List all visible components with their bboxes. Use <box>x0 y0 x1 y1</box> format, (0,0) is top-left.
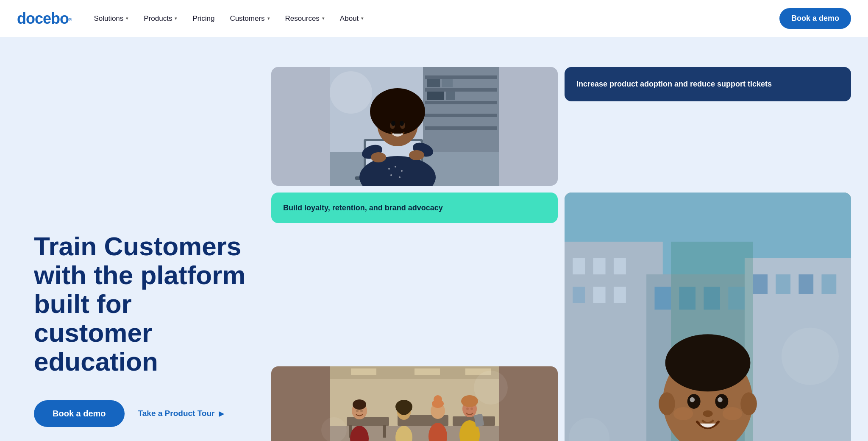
svg-rect-4 <box>425 101 497 104</box>
svg-point-59 <box>470 408 473 410</box>
svg-point-106 <box>782 328 839 385</box>
product-tour-button[interactable]: Take a Product Tour ▶ <box>138 409 224 418</box>
svg-rect-8 <box>442 79 453 87</box>
hero-image-office <box>271 366 558 441</box>
svg-point-54 <box>434 395 442 404</box>
svg-rect-72 <box>614 287 626 303</box>
nav-label-about: About <box>340 14 359 23</box>
svg-rect-79 <box>798 274 813 294</box>
svg-rect-10 <box>446 92 455 100</box>
svg-point-98 <box>740 392 757 415</box>
svg-rect-80 <box>821 274 836 294</box>
svg-point-19 <box>390 174 392 176</box>
chevron-down-icon: ▾ <box>175 16 177 21</box>
chevron-down-icon: ▾ <box>322 16 325 21</box>
svg-point-31 <box>330 71 372 114</box>
nav-item-products[interactable]: Products ▾ <box>137 11 184 26</box>
svg-point-61 <box>474 371 508 405</box>
svg-point-18 <box>401 170 403 172</box>
hero-card-teal: Build loyalty, retention, and brand advo… <box>271 193 558 223</box>
svg-point-20 <box>399 176 401 178</box>
hero-heading: Train Customers with the platform built … <box>34 232 254 377</box>
svg-rect-78 <box>776 274 790 294</box>
svg-point-105 <box>723 407 742 420</box>
svg-rect-3 <box>425 88 497 92</box>
svg-point-30 <box>409 150 424 160</box>
svg-point-102 <box>718 397 723 402</box>
svg-rect-77 <box>753 274 768 294</box>
nav-item-about[interactable]: About ▾ <box>333 11 370 26</box>
card-teal-text: Build loyalty, retention, and brand advo… <box>283 204 443 212</box>
svg-rect-38 <box>347 417 389 426</box>
svg-point-46 <box>356 410 359 412</box>
man-outdoor-illustration <box>565 193 851 441</box>
svg-point-103 <box>703 410 712 417</box>
product-tour-label: Take a Product Tour <box>138 409 215 418</box>
svg-rect-67 <box>573 258 585 275</box>
svg-rect-42 <box>383 425 386 438</box>
nav-label-products: Products <box>144 14 172 23</box>
svg-point-16 <box>388 168 390 170</box>
svg-rect-68 <box>593 258 606 275</box>
svg-rect-5 <box>425 114 497 117</box>
svg-point-25 <box>391 121 395 126</box>
svg-rect-73 <box>654 287 671 310</box>
nav-item-customers[interactable]: Customers ▾ <box>223 11 276 26</box>
svg-point-17 <box>395 166 396 167</box>
office-scene-illustration <box>271 366 558 441</box>
hero-left-content: Train Customers with the platform built … <box>34 63 254 441</box>
nav-links: Solutions ▾ Products ▾ Pricing Customers… <box>87 11 779 26</box>
hero-card-dark: Increase product adoption and reduce sup… <box>565 67 851 101</box>
svg-point-22 <box>370 88 425 135</box>
nav-book-demo-button[interactable]: Book a demo <box>779 8 851 29</box>
svg-rect-35 <box>351 368 376 375</box>
nav-label-solutions: Solutions <box>94 14 123 23</box>
svg-rect-69 <box>614 258 626 275</box>
logo-superscript: ® <box>69 17 72 22</box>
logo-text: docebo <box>17 10 69 27</box>
card-dark-text: Increase product adoption and reduce sup… <box>576 80 772 88</box>
chevron-down-icon: ▾ <box>267 16 270 21</box>
logo[interactable]: docebo® <box>17 10 72 28</box>
hero-right-grid: Build loyalty, retention, and brand advo… <box>271 63 851 441</box>
svg-rect-70 <box>573 287 585 303</box>
arrow-right-icon: ▶ <box>219 410 224 418</box>
svg-rect-2 <box>425 75 497 79</box>
svg-point-97 <box>659 392 675 415</box>
svg-rect-71 <box>593 287 606 303</box>
nav-label-pricing: Pricing <box>192 14 214 23</box>
nav-label-customers: Customers <box>230 14 264 23</box>
nav-item-resources[interactable]: Resources ▾ <box>278 11 331 26</box>
svg-rect-6 <box>425 126 497 130</box>
svg-rect-7 <box>427 79 440 87</box>
svg-point-47 <box>360 410 363 412</box>
nav-label-resources: Resources <box>285 14 320 23</box>
nav-item-solutions[interactable]: Solutions ▾ <box>87 11 135 26</box>
svg-point-57 <box>461 395 478 407</box>
chevron-down-icon: ▾ <box>126 16 128 21</box>
svg-point-96 <box>665 334 751 391</box>
svg-point-29 <box>371 152 386 162</box>
svg-point-45 <box>353 399 366 410</box>
woman-laptop-illustration <box>271 67 558 186</box>
hero-book-demo-button[interactable]: Book a demo <box>34 400 125 427</box>
hero-cta-group: Book a demo Take a Product Tour ▶ <box>34 400 254 427</box>
hero-section: Train Customers with the platform built … <box>0 37 868 441</box>
hero-image-man-outdoor <box>565 193 851 441</box>
svg-point-101 <box>690 397 695 402</box>
chevron-down-icon: ▾ <box>361 16 364 21</box>
svg-rect-9 <box>427 92 444 100</box>
svg-point-26 <box>400 121 404 126</box>
nav-item-pricing[interactable]: Pricing <box>186 11 221 26</box>
svg-point-58 <box>466 408 469 410</box>
hero-image-woman-laptop <box>271 67 558 186</box>
svg-rect-36 <box>415 368 440 375</box>
svg-point-104 <box>673 407 693 420</box>
navbar: docebo® Solutions ▾ Products ▾ Pricing C… <box>0 0 868 37</box>
